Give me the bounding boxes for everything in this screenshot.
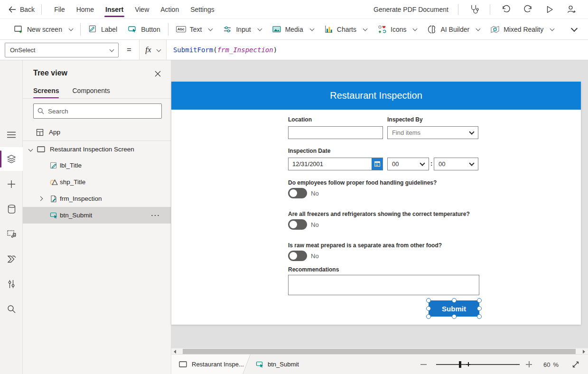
calendar-button[interactable] [372,158,383,170]
menu-view[interactable]: View [129,0,155,19]
label-button[interactable]: Label [83,22,122,37]
recommendations-textarea[interactable] [288,275,479,295]
tree-item-frm-inspection[interactable]: frm_Inspection [23,190,171,207]
recommendations-label: Recommendations [288,266,339,273]
date-value: 12/31/2001 [289,160,372,168]
label-icon [88,25,97,34]
app-title-label[interactable]: Restaurant Inspection [330,90,422,101]
formula-bar: OnSelect = fx SubmitForm(frm_Inspection) [0,40,588,60]
status-bar: Restaurant Inspe... btn_Submit 60 % [171,354,588,374]
selection-handle[interactable] [426,306,431,311]
text-menu[interactable]: Abc Text [171,22,218,37]
mixed-reality-menu[interactable]: Mixed Reality [485,22,559,37]
scroll-left-arrow[interactable] [174,350,176,354]
selection-handle[interactable] [477,306,482,311]
back-button[interactable]: Back [0,6,41,13]
formula-input[interactable]: SubmitForm(frm_Inspection) [167,46,277,54]
media-menu[interactable]: Media [267,22,319,37]
close-icon[interactable] [153,69,162,78]
input-menu[interactable]: Input [217,22,266,37]
app-header-shape[interactable]: Restaurant Inspection [171,82,581,110]
tree-item-screen[interactable]: Restaurant Inspection Screen [23,141,171,158]
menu-insert[interactable]: Insert [100,0,129,19]
scrollbar-thumb[interactable] [183,349,576,354]
question-2-label: Are all freezers and refrigerators showi… [288,211,470,217]
icons-icon [377,25,387,34]
divider [490,4,490,15]
location-input[interactable] [288,126,383,139]
chevron-down-icon [309,27,314,31]
selection-handle[interactable] [426,314,431,319]
input-label: Input [236,26,251,33]
tree-item-shp-title[interactable]: shp_Title [23,174,171,190]
menu-settings[interactable]: Settings [185,0,220,19]
chevron-right-icon[interactable] [38,196,43,201]
fx-dropdown[interactable]: fx [139,40,167,60]
icons-menu[interactable]: Icons [372,22,422,37]
divider [458,4,458,15]
button-icon [128,25,137,34]
redo-icon[interactable] [522,3,534,16]
zoom-value: 60 [543,361,550,368]
scroll-right-arrow[interactable] [583,350,585,354]
question-3-toggle[interactable] [288,251,307,261]
fit-to-window-icon[interactable] [572,361,579,368]
app-checker-icon[interactable] [468,3,480,16]
insert-ribbon: New screen Label Button Abc Text [0,19,588,40]
play-preview-icon[interactable] [543,3,556,16]
chevron-down-icon[interactable] [28,147,33,152]
new-screen-button[interactable]: New screen [9,22,78,37]
horizontal-scrollbar[interactable] [171,348,588,354]
breadcrumb-control[interactable]: btn_Submit [256,355,299,374]
hour-dropdown[interactable]: 00 [387,158,429,170]
tree-view-icon[interactable] [0,147,23,171]
advanced-tools-icon[interactable] [0,272,23,295]
charts-menu[interactable]: Charts [319,22,372,37]
breadcrumb-screen[interactable]: Restaurant Inspe... [171,355,251,374]
app-screen[interactable]: Restaurant Inspection Location Inspected… [171,82,581,325]
selection-handle[interactable] [452,298,457,303]
power-automate-icon[interactable] [0,248,23,271]
ai-builder-menu[interactable]: AI Builder [422,22,485,37]
media-panel-icon[interactable] [0,223,23,245]
menu-home[interactable]: Home [71,0,100,19]
tree-search-box[interactable] [33,103,162,119]
undo-icon[interactable] [500,3,512,16]
zoom-out-button[interactable] [420,364,427,365]
search-panel-icon[interactable] [0,298,23,320]
collapse-ribbon-chevron[interactable] [569,26,577,33]
icons-label: Icons [391,26,406,33]
tab-components[interactable]: Components [72,87,110,98]
tab-screens[interactable]: Screens [33,87,59,98]
inspected-by-dropdown[interactable]: Find items [387,126,478,139]
selection-handle[interactable] [477,298,482,303]
search-input[interactable] [48,108,158,115]
chevron-down-icon [469,160,474,166]
zoom-slider-track[interactable] [436,364,520,365]
zoom-slider-thumb[interactable] [459,361,461,368]
question-1-toggle[interactable] [288,188,307,198]
inspection-date-input[interactable]: 12/31/2001 [288,158,383,170]
tree-item-btn-submit[interactable]: btn_Submit ··· [23,207,171,224]
menu-file[interactable]: File [48,0,71,19]
share-person-icon[interactable] [565,3,578,16]
media-label: Media [285,26,303,33]
selection-handle[interactable] [426,298,431,303]
data-sources-icon[interactable] [0,197,23,220]
tree-item-lbl-title[interactable]: lbl_Title [23,157,171,174]
selection-handle[interactable] [477,314,482,319]
tree-item-app[interactable]: App [23,124,171,140]
expand-menu-icon[interactable] [0,123,23,146]
button-control-icon [50,212,58,219]
minute-dropdown[interactable]: 00 [434,158,478,170]
submit-button[interactable]: Submit [429,300,479,317]
zoom-in-button[interactable] [526,361,532,367]
more-actions-icon[interactable]: ··· [151,212,161,219]
design-canvas[interactable]: Restaurant Inspection Location Inspected… [171,60,588,374]
button-button[interactable]: Button [122,22,165,37]
insert-plus-icon[interactable] [0,173,23,196]
property-dropdown[interactable]: OnSelect [5,43,119,57]
question-2-toggle[interactable] [288,219,307,230]
menu-action[interactable]: Action [155,0,185,19]
selection-handle[interactable] [452,314,457,319]
